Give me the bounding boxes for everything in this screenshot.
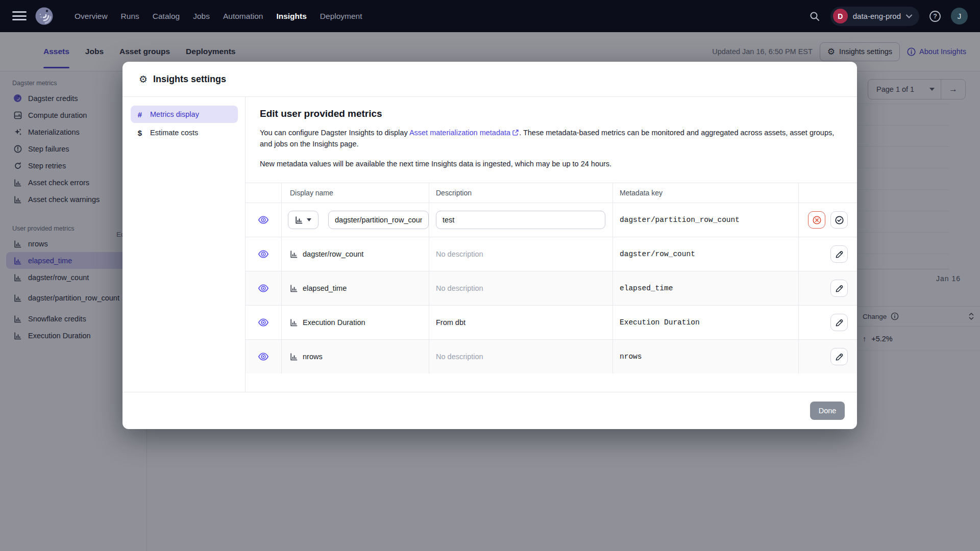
deployment-switcher[interactable]: D data-eng-prod (830, 7, 919, 26)
dialog-header: ⚙ Insights settings (122, 62, 857, 97)
visibility-toggle[interactable] (255, 245, 272, 263)
dialog-footer: Done (122, 392, 857, 429)
table-row: Execution Duration From dbt Execution Du… (246, 305, 857, 339)
caret-down-icon (307, 218, 311, 221)
note-paragraph: New metadata values will be available th… (260, 158, 842, 169)
settings-nav-label: Estimate costs (150, 129, 198, 137)
eye-icon (258, 317, 269, 328)
col-header-metadata-key: Metadata key (612, 183, 798, 203)
table-row: nrows No description nrows (246, 339, 857, 373)
svg-text:?: ? (933, 13, 937, 20)
settings-content: Edit user provided metrics You can confi… (246, 97, 857, 392)
nav-item-deployment[interactable]: Deployment (320, 12, 362, 21)
gear-icon: ⚙ (139, 74, 148, 84)
metric-display-name: Execution Duration (303, 318, 365, 327)
done-button[interactable]: Done (810, 402, 845, 420)
bar-chart-icon (295, 216, 303, 224)
nav-item-automation[interactable]: Automation (223, 12, 263, 21)
eye-icon (258, 351, 269, 362)
top-navigation: Overview Runs Catalog Jobs Automation In… (0, 0, 980, 32)
metadata-key: Execution Duration (612, 306, 798, 339)
intro-paragraph: You can configure Dagster Insights to di… (260, 127, 842, 149)
edit-metric-button[interactable] (830, 280, 848, 297)
pencil-icon (835, 318, 844, 327)
metric-display-name: elapsed_time (303, 284, 347, 292)
insights-settings-dialog: ⚙ Insights settings # Metrics display $ … (122, 62, 857, 429)
pencil-icon (835, 250, 844, 259)
nav-item-jobs[interactable]: Jobs (193, 12, 210, 21)
metadata-key: dagster/row_count (612, 237, 798, 271)
metric-description: From dbt (436, 318, 465, 327)
help-icon[interactable]: ? (927, 9, 943, 24)
chevron-down-icon (906, 14, 912, 18)
content-heading: Edit user provided metrics (260, 108, 842, 119)
deployment-name: data-eng-prod (853, 12, 901, 20)
nav-item-overview[interactable]: Overview (75, 12, 108, 21)
nav-item-runs[interactable]: Runs (121, 12, 139, 21)
circle-check-icon (835, 215, 844, 225)
visibility-toggle[interactable] (255, 280, 272, 297)
table-row: dagster/row_count No description dagster… (246, 237, 857, 271)
eye-icon (258, 214, 269, 226)
topnav-right-cluster: D data-eng-prod ? J (807, 0, 968, 32)
asset-materialization-metadata-link[interactable]: Asset materialization metadata (409, 129, 519, 137)
edit-metric-button[interactable] (830, 348, 848, 365)
metric-description: No description (436, 284, 483, 292)
metadata-key: dagster/partition_row_count (612, 203, 798, 237)
eye-icon (258, 283, 269, 294)
pencil-icon (835, 284, 844, 293)
col-header-description: Description (429, 183, 612, 203)
bar-chart-icon (290, 318, 298, 327)
search-icon[interactable] (807, 9, 822, 24)
metadata-key: nrows (612, 340, 798, 373)
display-name-input[interactable] (328, 211, 429, 229)
settings-nav-label: Metrics display (150, 110, 199, 118)
col-header-display-name: Display name (281, 183, 429, 203)
table-row-editing: dagster/partition_row_count (246, 203, 857, 237)
user-avatar[interactable]: J (951, 8, 968, 24)
metric-description: No description (436, 250, 483, 258)
menu-icon[interactable] (12, 10, 27, 22)
confirm-edit-button[interactable] (830, 211, 848, 229)
dollar-icon: $ (136, 129, 144, 137)
bar-chart-icon (290, 284, 298, 292)
visibility-toggle[interactable] (255, 211, 272, 229)
settings-nav: # Metrics display $ Estimate costs (122, 97, 245, 392)
metric-description: No description (436, 353, 483, 361)
hash-icon: # (136, 110, 144, 119)
nav-item-catalog[interactable]: Catalog (153, 12, 180, 21)
eye-icon (258, 248, 269, 260)
link-label: Asset materialization metadata (409, 129, 510, 137)
dagster-logo[interactable] (33, 5, 56, 28)
dialog-title: Insights settings (153, 74, 226, 85)
intro-text: You can configure Dagster Insights to di… (260, 129, 409, 137)
visibility-toggle[interactable] (255, 348, 272, 365)
settings-nav-metrics-display[interactable]: # Metrics display (131, 106, 238, 123)
visibility-toggle[interactable] (255, 314, 272, 331)
edit-metric-button[interactable] (830, 314, 848, 331)
circle-x-icon (812, 215, 822, 225)
external-link-icon (512, 129, 519, 136)
metadata-key: elapsed_time (612, 271, 798, 305)
bar-chart-icon (290, 353, 298, 361)
chart-type-dropdown[interactable] (288, 211, 318, 229)
table-row: elapsed_time No description elapsed_time (246, 271, 857, 305)
primary-nav: Overview Runs Catalog Jobs Automation In… (75, 0, 362, 32)
settings-nav-estimate-costs[interactable]: $ Estimate costs (131, 124, 238, 141)
metrics-table: Display name Description Metadata key (246, 183, 857, 373)
metric-display-name: dagster/row_count (303, 250, 363, 258)
edit-metric-button[interactable] (830, 245, 848, 263)
cancel-edit-button[interactable] (808, 211, 825, 229)
nav-item-insights[interactable]: Insights (276, 12, 306, 21)
description-input[interactable] (436, 211, 605, 229)
table-header-row: Display name Description Metadata key (246, 183, 857, 203)
metric-display-name: nrows (303, 353, 323, 361)
deployment-badge: D (833, 9, 848, 23)
pencil-icon (835, 353, 844, 361)
bar-chart-icon (290, 250, 298, 258)
